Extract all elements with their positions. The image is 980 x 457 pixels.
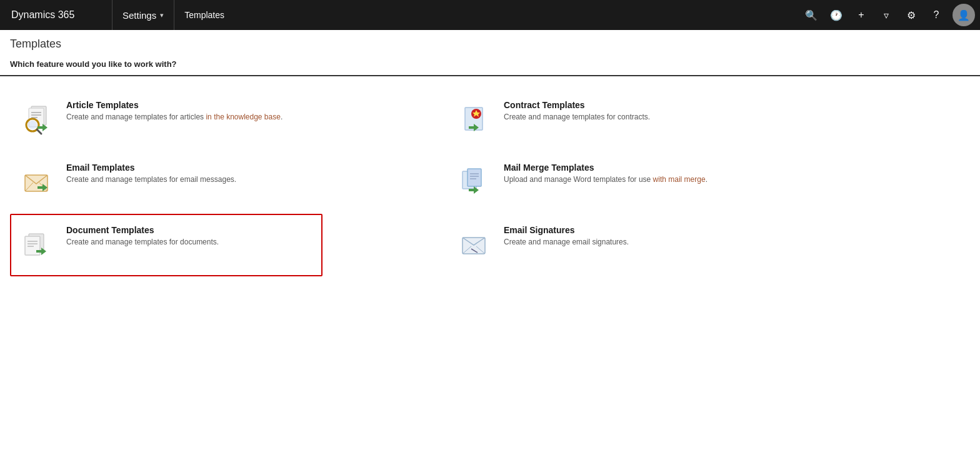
svg-point-6 [28,121,37,129]
gear-icon: ⚙ [907,9,916,21]
contract-templates-icon [455,100,495,140]
email-templates-desc: Create and manage templates for email me… [66,175,236,184]
search-button[interactable]: 🔍 [800,4,822,26]
help-icon: ? [934,9,939,21]
feature-item-email-signatures[interactable]: Email Signatures Create and manage email… [448,214,760,276]
email-signatures-icon [455,225,495,265]
avatar-icon: 👤 [958,9,970,21]
history-icon: 🕐 [830,9,842,21]
breadcrumb: Templates [174,0,795,30]
email-signatures-desc: Create and manage email signatures. [504,238,629,246]
filter-button[interactable]: ▿ [875,4,898,26]
main-content: Article Templates Create and manage temp… [0,76,980,289]
email-templates-icon [18,163,58,203]
brand-label: Dynamics 365 [11,9,74,21]
mail-merge-templates-desc: Upload and manage Word templates for use… [504,175,708,184]
search-icon: 🔍 [805,9,818,21]
document-templates-name: Document Templates [66,225,219,235]
chevron-down-icon: ▾ [160,11,164,19]
email-signatures-text: Email Signatures Create and manage email… [504,225,629,246]
nav-settings[interactable]: Settings ▾ [112,0,174,30]
mail-merge-templates-icon [455,163,495,203]
email-templates-text: Email Templates Create and manage templa… [66,163,236,184]
add-icon: + [858,9,864,21]
article-templates-desc: Create and manage templates for articles… [66,113,282,121]
feature-item-mail-merge-templates[interactable]: Mail Merge Templates Upload and manage W… [448,151,760,214]
brand-area: Dynamics 365 [0,0,112,30]
mail-merge-templates-name: Mail Merge Templates [504,163,708,173]
topbar: Dynamics 365 Settings ▾ Templates 🔍 🕐 + … [0,0,980,30]
contract-templates-text: Contract Templates Create and manage tem… [504,100,650,121]
history-button[interactable]: 🕐 [825,4,848,26]
mail-merge-link[interactable]: with mail merge [653,175,706,184]
feature-item-document-templates[interactable]: Document Templates Create and manage tem… [10,214,322,276]
email-signatures-name: Email Signatures [504,225,629,235]
svg-rect-18 [468,169,481,186]
document-templates-icon [18,225,58,265]
breadcrumb-label: Templates [184,10,224,20]
filter-icon: ▿ [884,9,889,21]
page-header: Templates Which feature would you like t… [0,30,980,76]
settings-gear-button[interactable]: ⚙ [900,4,922,26]
settings-label: Settings [122,10,156,21]
document-templates-text: Document Templates Create and manage tem… [66,225,219,246]
article-templates-name: Article Templates [66,100,282,110]
article-link[interactable]: in the knowledge base [206,113,280,121]
svg-line-7 [37,129,41,134]
email-templates-name: Email Templates [66,163,236,173]
topbar-actions: 🔍 🕐 + ▿ ⚙ ? 👤 [795,4,980,26]
contract-templates-name: Contract Templates [504,100,650,110]
article-templates-icon [18,100,58,140]
feature-item-article-templates[interactable]: Article Templates Create and manage temp… [10,89,322,151]
page-title: Templates [10,38,970,51]
document-templates-desc: Create and manage templates for document… [66,238,219,246]
user-avatar-button[interactable]: 👤 [952,4,975,26]
help-button[interactable]: ? [925,4,948,26]
mail-merge-templates-text: Mail Merge Templates Upload and manage W… [504,163,708,184]
feature-item-email-templates[interactable]: Email Templates Create and manage templa… [10,151,322,214]
feature-item-contract-templates[interactable]: Contract Templates Create and manage tem… [448,89,760,151]
add-button[interactable]: + [850,4,872,26]
contract-templates-desc: Create and manage templates for contract… [504,113,650,121]
page-subtitle: Which feature would you like to work wit… [10,56,970,75]
feature-grid: Article Templates Create and manage temp… [10,89,885,276]
article-templates-text: Article Templates Create and manage temp… [66,100,282,121]
